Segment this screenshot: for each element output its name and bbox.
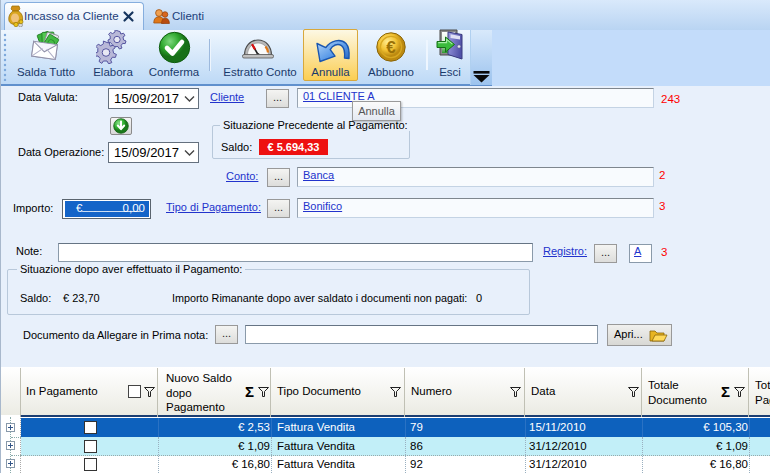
svg-text:€: € [386,38,396,57]
